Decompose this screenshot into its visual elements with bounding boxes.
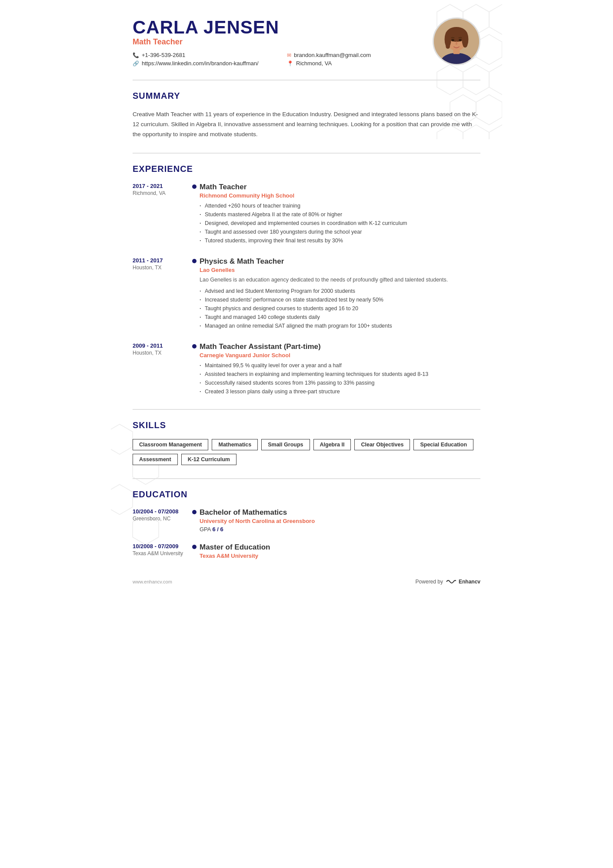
edu-gpa-1: GPA 6 / 6 bbox=[200, 526, 480, 533]
education-section: EDUCATION 10/2004 - 07/2008 Greensboro, … bbox=[133, 489, 480, 561]
exp-company-3: Carnegie Vanguard Junior School bbox=[200, 352, 480, 359]
linkedin-url: https://www.linkedin.com/in/brandon-kauf… bbox=[142, 60, 259, 67]
phone-icon: 📞 bbox=[133, 52, 139, 58]
exp-role-3: Math Teacher Assistant (Part-time) bbox=[200, 342, 480, 351]
link-icon: 🔗 bbox=[133, 60, 139, 67]
exp-company-2: Lao Genelles bbox=[200, 267, 480, 273]
phone-number: +1-396-539-2681 bbox=[142, 52, 185, 58]
experience-item-3: 2009 - 2011 Houston, TX Math Teacher Ass… bbox=[133, 342, 480, 396]
exp-description-2: Lao Genelles is an education agency dedi… bbox=[200, 276, 480, 284]
gpa-value-1: 6 / 6 bbox=[212, 526, 223, 533]
skills-tags: Classroom Management Mathematics Small G… bbox=[133, 439, 480, 465]
experience-item-2: 2011 - 2017 Houston, TX Physics & Math T… bbox=[133, 257, 480, 330]
exp-bullet: Managed an online remedial SAT aligned t… bbox=[200, 322, 480, 330]
exp-bullet: Advised and led Student Mentoring Progra… bbox=[200, 287, 480, 295]
exp-location-3: Houston, TX bbox=[133, 350, 189, 356]
edu-school-2: Texas A&M University bbox=[200, 553, 480, 559]
svg-marker-2 bbox=[489, 4, 502, 34]
exp-dot-3 bbox=[192, 344, 197, 349]
contact-phone: 📞 +1-396-539-2681 bbox=[133, 52, 278, 58]
header-section: CARLA JENSEN Math Teacher 📞 +1-396-539-2… bbox=[133, 17, 480, 67]
edu-left-2: 10/2008 - 07/2009 Texas A&M University bbox=[133, 543, 189, 561]
skill-assessment: Assessment bbox=[133, 454, 178, 465]
exp-bullet: Successfully raised students scores from… bbox=[200, 379, 480, 387]
experience-divider bbox=[133, 409, 480, 410]
powered-by-text: Powered by bbox=[416, 579, 443, 585]
skills-title: SKILLS bbox=[133, 420, 480, 432]
location-icon: 📍 bbox=[287, 60, 293, 67]
svg-point-28 bbox=[462, 31, 468, 47]
exp-dot-col-3 bbox=[189, 342, 200, 396]
header-info: CARLA JENSEN Math Teacher 📞 +1-396-539-2… bbox=[133, 17, 433, 67]
exp-bullet: Assisted teachers in explaining and impl… bbox=[200, 370, 480, 379]
exp-bullet: Taught physics and designed courses to s… bbox=[200, 304, 480, 313]
experience-item-1: 2017 - 2021 Richmond, VA Math Teacher Ri… bbox=[133, 183, 480, 245]
edu-degree-2: Master of Education bbox=[200, 543, 480, 552]
skill-clear-objectives: Clear Objectives bbox=[354, 439, 410, 450]
edu-dot-col-1 bbox=[189, 508, 200, 533]
skill-classroom-management: Classroom Management bbox=[133, 439, 208, 450]
education-item-1: 10/2004 - 07/2008 Greensboro, NC Bachelo… bbox=[133, 508, 480, 533]
exp-dates-3: 2009 - 2011 bbox=[133, 342, 189, 349]
contact-grid: 📞 +1-396-539-2681 ✉ brandon.kauffman@gma… bbox=[133, 52, 433, 67]
edu-dot-2 bbox=[192, 545, 197, 549]
exp-left-3: 2009 - 2011 Houston, TX bbox=[133, 342, 189, 396]
svg-marker-8 bbox=[489, 64, 502, 94]
exp-dot-col-2 bbox=[189, 257, 200, 330]
exp-bullet: Taught and assessed over 180 youngsters … bbox=[200, 228, 480, 236]
exp-role-2: Physics & Math Teacher bbox=[200, 257, 480, 266]
summary-divider bbox=[133, 153, 480, 154]
exp-right-2: Physics & Math Teacher Lao Genelles Lao … bbox=[200, 257, 480, 330]
svg-marker-13 bbox=[489, 125, 502, 139]
exp-bullets-3: Maintained 99,5 % quality level for over… bbox=[200, 361, 480, 396]
avatar bbox=[433, 17, 480, 65]
exp-bullets-2: Advised and led Student Mentoring Progra… bbox=[200, 287, 480, 330]
exp-location-2: Houston, TX bbox=[133, 265, 189, 271]
exp-dot-1 bbox=[192, 184, 197, 189]
skill-special-education: Special Education bbox=[413, 439, 473, 450]
exp-dot-2 bbox=[192, 259, 197, 263]
edu-school-1: University of North Carolina at Greensbo… bbox=[200, 518, 480, 524]
svg-marker-16 bbox=[111, 484, 133, 514]
skill-algebra-ii: Algebra II bbox=[313, 439, 351, 450]
exp-bullet: Created 3 lesson plans daily using a thr… bbox=[200, 387, 480, 396]
summary-title: SUMMARY bbox=[133, 91, 480, 103]
job-title: Math Teacher bbox=[133, 37, 433, 47]
edu-dates-2: 10/2008 - 07/2009 bbox=[133, 543, 189, 550]
email-address: brandon.kauffman@gmail.com bbox=[294, 52, 371, 58]
footer-website: www.enhancv.com bbox=[133, 579, 172, 584]
edu-left-1: 10/2004 - 07/2008 Greensboro, NC bbox=[133, 508, 189, 533]
contact-email: ✉ brandon.kauffman@gmail.com bbox=[287, 52, 433, 58]
edu-location-2: Texas A&M University bbox=[133, 550, 189, 556]
edu-dot-1 bbox=[192, 510, 197, 514]
contact-location: 📍 Richmond, VA bbox=[287, 60, 433, 67]
edu-right-2: Master of Education Texas A&M University bbox=[200, 543, 480, 561]
experience-title: EXPERIENCE bbox=[133, 164, 480, 176]
skill-small-groups: Small Groups bbox=[261, 439, 310, 450]
summary-text: Creative Math Teacher with 11 years of e… bbox=[133, 110, 480, 140]
exp-dot-col-1 bbox=[189, 183, 200, 245]
edu-right-1: Bachelor of Mathematics University of No… bbox=[200, 508, 480, 533]
exp-bullet: Students mastered Algebra II at the rate… bbox=[200, 210, 480, 219]
experience-section: EXPERIENCE 2017 - 2021 Richmond, VA Math… bbox=[133, 164, 480, 396]
exp-bullet: Maintained 99,5 % quality level for over… bbox=[200, 361, 480, 370]
contact-linkedin: 🔗 https://www.linkedin.com/in/brandon-ka… bbox=[133, 60, 278, 67]
header-divider bbox=[133, 80, 480, 80]
svg-point-29 bbox=[451, 39, 454, 41]
edu-degree-1: Bachelor of Mathematics bbox=[200, 508, 480, 517]
edu-dates-1: 10/2004 - 07/2008 bbox=[133, 508, 189, 515]
location-text: Richmond, VA bbox=[296, 60, 332, 67]
summary-section: SUMMARY Creative Math Teacher with 11 ye… bbox=[133, 91, 480, 140]
exp-bullet: Taught and managed 140 college students … bbox=[200, 313, 480, 322]
education-item-2: 10/2008 - 07/2009 Texas A&M University M… bbox=[133, 543, 480, 561]
exp-bullet: Tutored students, improving their final … bbox=[200, 236, 480, 245]
brand-name: Enhancv bbox=[459, 579, 480, 585]
exp-dates-2: 2011 - 2017 bbox=[133, 257, 189, 264]
exp-bullets-1: Attended +260 hours of teacher training … bbox=[200, 201, 480, 245]
svg-marker-14 bbox=[111, 424, 133, 454]
email-icon: ✉ bbox=[287, 52, 291, 58]
footer: www.enhancv.com Powered by Enhancv bbox=[133, 574, 480, 585]
exp-role-1: Math Teacher bbox=[200, 183, 480, 191]
skills-section: SKILLS Classroom Management Mathematics … bbox=[133, 420, 480, 465]
brand-logo-icon bbox=[446, 578, 456, 585]
